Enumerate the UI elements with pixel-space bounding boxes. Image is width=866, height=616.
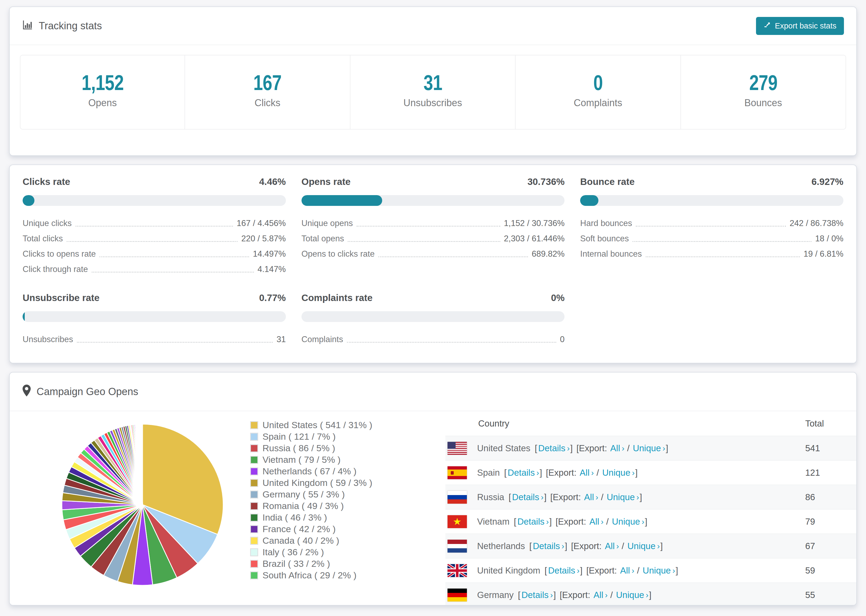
details-link[interactable]: Details [521,590,549,600]
flag-nl-icon [447,540,467,553]
complaints-label: Complaints [516,97,680,108]
complaints-count: 0 [593,71,603,95]
complaints-rate-block: Complaints rate 0% Complaints0 [301,292,565,347]
bounces-count: 279 [749,71,777,95]
clicks-rate-progressbar [23,195,286,206]
legend-swatch [250,433,258,441]
legend-swatch [250,421,258,429]
map-pin-icon [22,385,31,399]
legend-item: Netherlands ( 67 / 4% ) [250,465,401,477]
clicks-count: 167 [254,71,281,95]
geo-opens-card: Campaign Geo Opens United States ( 541 /… [9,372,857,605]
export-unique-link[interactable]: Unique [616,590,644,600]
opens-rate-progressbar [301,195,565,206]
bounce-rate-title: Bounce rate [580,176,635,187]
table-row: United Kingdom [Details›] [Export:All› /… [446,558,856,582]
legend-item: Russia ( 86 / 5% ) [250,442,401,454]
export-unique-link[interactable]: Unique [643,566,671,576]
country-name: Netherlands [477,541,525,551]
legend-swatch [250,502,258,510]
legend-item: Germany ( 55 / 3% ) [250,489,401,500]
geo-opens-title: Campaign Geo Opens [36,386,138,398]
legend-item: India ( 46 / 3% ) [250,512,401,523]
country-name: Spain [477,468,500,478]
table-row: Russia [Details›] [Export:All› /Unique›]… [446,485,856,509]
unsubscribe-rate-progressbar [23,311,286,322]
legend-item: Brazil ( 33 / 2% ) [250,558,401,569]
geo-opens-table: Country Total United States [Details›] [… [446,411,856,605]
country-total: 86 [805,492,856,502]
stats-row: 1,152 Opens 167 Clicks 31 Unsubscribes 0… [20,55,846,130]
unsubscribe-rate-block: Unsubscribe rate 0.77% Unsubscribes31 [23,292,286,347]
clicks-rate-value: 4.46% [259,176,286,187]
details-link[interactable]: Details [548,566,575,576]
table-row: United States [Details›] [Export:All› /U… [446,436,856,460]
legend-item: France ( 42 / 2% ) [250,523,401,535]
opens-label: Opens [20,97,184,108]
legend-item: Romania ( 49 / 3% ) [250,500,401,512]
country-total: 79 [805,517,856,527]
flag-de-icon [447,589,467,602]
country-name: United Kingdom [477,566,540,576]
tracking-stats-card: Tracking stats Export basic stats 1,152 … [9,6,857,156]
opens-rate-value: 30.736% [527,176,565,187]
legend-item: Italy ( 36 / 2% ) [250,546,401,558]
details-link[interactable]: Details [533,541,560,551]
tracking-stats-title: Tracking stats [22,19,102,33]
flag-gb-icon [447,564,467,577]
flag-ru-icon [447,491,467,504]
export-unique-link[interactable]: Unique [633,443,661,453]
details-link[interactable]: Details [508,468,535,478]
country-total: 67 [805,541,856,551]
total-column-header: Total [805,418,856,429]
country-total: 59 [805,566,856,576]
details-link[interactable]: Details [518,517,545,527]
details-link[interactable]: Details [538,443,565,453]
clicks-rate-block: Clicks rate 4.46% Unique clicks167 / 4.4… [23,176,286,277]
export-all-link[interactable]: All [620,566,630,576]
country-total: 541 [805,443,856,453]
export-unique-link[interactable]: Unique [602,468,630,478]
unsubscribes-count: 31 [423,71,442,95]
geo-pie-chart [54,416,231,593]
legend-item: Spain ( 121 / 7% ) [250,431,401,442]
table-row: Vietnam [Details›] [Export:All› /Unique›… [446,509,856,533]
table-row: Germany [Details›] [Export:All› /Unique›… [446,582,856,605]
export-unique-link[interactable]: Unique [627,541,656,551]
country-name: Russia [477,492,504,502]
legend-item: South Africa ( 29 / 2% ) [250,569,401,581]
complaints-rate-value: 0% [551,292,565,303]
legend-swatch [250,479,258,487]
legend-item: United States ( 541 / 31% ) [250,419,401,431]
geo-opens-title-row: Campaign Geo Opens [22,385,138,399]
legend-swatch [250,444,258,452]
legend-item: United Kingdom ( 59 / 3% ) [250,477,401,489]
bar-chart-icon [22,19,33,33]
export-all-link[interactable]: All [579,468,589,478]
legend-item: Canada ( 40 / 2% ) [250,535,401,546]
stat-unsubscribes: 31 Unsubscribes [350,55,516,130]
export-all-link[interactable]: All [605,541,615,551]
bounce-rate-value: 6.927% [811,176,843,187]
legend-swatch [250,560,258,568]
geo-pie-legend: United States ( 541 / 31% ) Spain ( 121 … [250,419,401,605]
export-unique-link[interactable]: Unique [612,517,640,527]
legend-swatch [250,467,258,475]
export-all-link[interactable]: All [610,443,620,453]
legend-swatch [250,514,258,522]
export-all-link[interactable]: All [584,492,594,502]
export-basic-stats-button[interactable]: Export basic stats [756,17,844,35]
details-link[interactable]: Details [512,492,539,502]
country-total: 55 [805,590,856,600]
rates-card: Clicks rate 4.46% Unique clicks167 / 4.4… [9,165,857,363]
legend-swatch [250,456,258,464]
opens-count: 1,152 [82,71,123,95]
export-all-link[interactable]: All [589,517,599,527]
clicks-label: Clicks [185,97,350,108]
bounce-rate-progressbar [580,195,843,206]
country-total: 121 [805,468,856,478]
export-unique-link[interactable]: Unique [607,492,635,502]
geo-table-header: Country Total [446,411,856,436]
export-all-link[interactable]: All [594,590,603,600]
country-name: Germany [477,590,514,600]
